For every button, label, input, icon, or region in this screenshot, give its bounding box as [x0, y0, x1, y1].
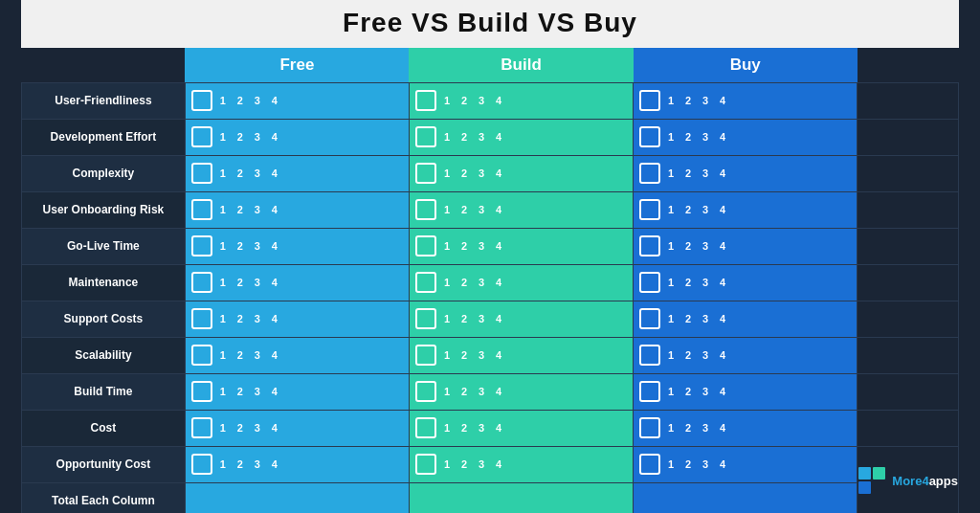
build-cell[interactable]: 1234 — [409, 373, 633, 410]
buy-cell[interactable]: 1234 — [634, 337, 858, 373]
free-cell[interactable]: 1234 — [185, 373, 409, 410]
build-checkbox[interactable] — [415, 272, 436, 293]
empty-logo-cell — [858, 155, 959, 191]
build-cell[interactable]: 1234 — [409, 301, 633, 337]
build-number: 3 — [475, 277, 488, 288]
build-cell[interactable]: 1234 — [409, 228, 633, 264]
buy-number: 3 — [699, 313, 712, 324]
buy-checkbox[interactable] — [639, 308, 660, 329]
build-number: 1 — [440, 204, 454, 215]
free-number: 1 — [216, 240, 230, 252]
build-checkbox[interactable] — [415, 308, 436, 329]
build-cell[interactable]: 1234 — [409, 337, 633, 373]
buy-cell[interactable]: 1234 — [634, 228, 858, 264]
buy-cell[interactable]: 1234 — [634, 155, 858, 191]
free-checkbox[interactable] — [191, 272, 212, 293]
buy-checkbox[interactable] — [639, 126, 660, 147]
buy-checkbox[interactable] — [639, 345, 660, 366]
build-checkbox[interactable] — [415, 163, 436, 184]
build-checkbox[interactable] — [415, 381, 436, 402]
build-cell[interactable]: 1234 — [409, 264, 633, 301]
build-checkbox[interactable] — [415, 90, 436, 111]
free-cell[interactable]: 1234 — [185, 301, 409, 337]
free-checkbox[interactable] — [191, 126, 212, 147]
build-number: 4 — [492, 204, 505, 215]
buy-cell[interactable]: 1234 — [634, 410, 858, 446]
free-cell[interactable]: 1234 — [185, 191, 409, 228]
build-checkbox[interactable] — [415, 126, 436, 147]
buy-cell[interactable]: 1234 — [634, 264, 858, 301]
buy-number: 3 — [699, 349, 712, 361]
free-cell[interactable]: 1234 — [185, 410, 409, 446]
free-number: 1 — [216, 167, 230, 179]
free-cell[interactable]: 1234 — [185, 82, 409, 119]
build-checkbox[interactable] — [415, 235, 436, 256]
build-cell[interactable]: 1234 — [409, 119, 633, 155]
free-cell[interactable]: 1234 — [185, 155, 409, 191]
build-number: 3 — [475, 95, 488, 106]
comparison-table: Free Build Buy User-Friendliness12341234… — [21, 48, 959, 514]
free-checkbox[interactable] — [191, 235, 212, 256]
row-label: Go-Live Time — [22, 228, 186, 264]
build-number: 4 — [492, 386, 505, 397]
build-number: 4 — [492, 131, 505, 143]
build-checkbox[interactable] — [415, 417, 436, 438]
buy-number: 3 — [699, 277, 712, 288]
free-checkbox[interactable] — [191, 417, 212, 438]
build-number: 3 — [475, 313, 488, 324]
build-cell[interactable]: 1234 — [409, 191, 633, 228]
buy-checkbox[interactable] — [639, 454, 660, 475]
buy-cell[interactable]: 1234 — [634, 373, 858, 410]
free-number: 4 — [268, 422, 281, 434]
svg-rect-1 — [873, 467, 885, 480]
free-number: 1 — [216, 422, 230, 434]
build-cell[interactable]: 1234 — [409, 82, 633, 119]
free-checkbox[interactable] — [191, 90, 212, 111]
buy-number: 3 — [699, 422, 712, 434]
build-number: 1 — [440, 167, 454, 179]
free-checkbox[interactable] — [191, 199, 212, 220]
build-number: 3 — [475, 386, 488, 397]
build-cell[interactable]: 1234 — [409, 155, 633, 191]
free-checkbox[interactable] — [191, 381, 212, 402]
free-checkbox[interactable] — [191, 454, 212, 475]
free-cell[interactable]: 1234 — [185, 228, 409, 264]
empty-logo-cell — [858, 264, 959, 301]
buy-number: 1 — [664, 240, 678, 252]
buy-checkbox[interactable] — [639, 199, 660, 220]
empty-logo-cell — [858, 301, 959, 337]
build-checkbox[interactable] — [415, 454, 436, 475]
header-empty-cell — [22, 48, 186, 83]
logo-cell: More4apps — [858, 446, 959, 513]
build-cell[interactable]: 1234 — [409, 410, 633, 446]
buy-checkbox[interactable] — [639, 235, 660, 256]
buy-checkbox[interactable] — [639, 163, 660, 184]
build-number: 2 — [457, 277, 471, 288]
buy-checkbox[interactable] — [639, 417, 660, 438]
free-cell[interactable]: 1234 — [185, 446, 409, 482]
buy-cell[interactable]: 1234 — [634, 191, 858, 228]
buy-cell[interactable]: 1234 — [634, 301, 858, 337]
buy-number: 1 — [664, 386, 678, 397]
build-number: 1 — [440, 131, 454, 143]
build-number: 3 — [475, 240, 488, 252]
free-checkbox[interactable] — [191, 345, 212, 366]
buy-checkbox[interactable] — [639, 272, 660, 293]
buy-checkbox[interactable] — [639, 90, 660, 111]
buy-checkbox[interactable] — [639, 381, 660, 402]
build-number: 2 — [457, 386, 471, 397]
build-number: 2 — [457, 131, 471, 143]
free-checkbox[interactable] — [191, 308, 212, 329]
free-cell[interactable]: 1234 — [185, 337, 409, 373]
build-cell[interactable]: 1234 — [409, 446, 633, 482]
buy-cell[interactable]: 1234 — [634, 446, 858, 482]
build-checkbox[interactable] — [415, 199, 436, 220]
build-checkbox[interactable] — [415, 345, 436, 366]
free-cell[interactable]: 1234 — [185, 119, 409, 155]
free-checkbox[interactable] — [191, 163, 212, 184]
free-cell[interactable]: 1234 — [185, 264, 409, 301]
buy-cell[interactable]: 1234 — [634, 82, 858, 119]
buy-cell[interactable]: 1234 — [634, 119, 858, 155]
buy-number: 4 — [716, 131, 729, 143]
free-number: 3 — [251, 458, 264, 470]
